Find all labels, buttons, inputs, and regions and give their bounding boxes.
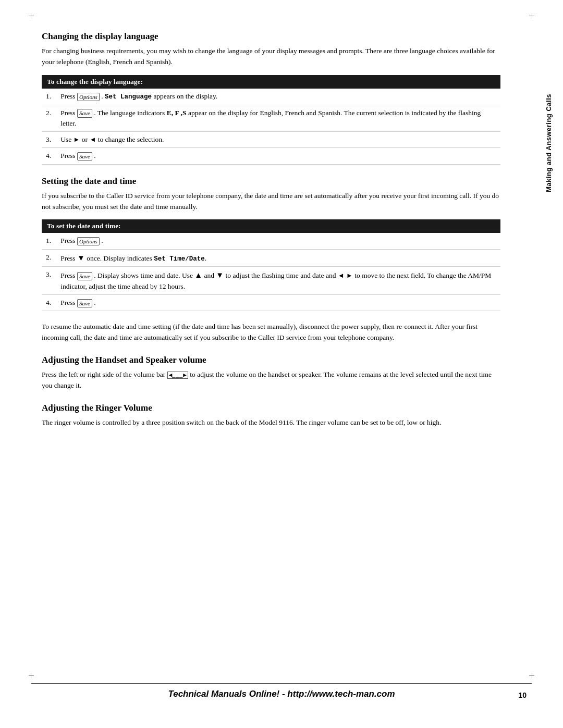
down-arrow-icon: ▼ (77, 254, 85, 262)
instruction-header-display-language: To change the display language: (42, 75, 500, 89)
footer: Technical Manuals Online! - http://www.t… (31, 683, 532, 699)
section-intro-handset-volume: Press the left or right side of the volu… (42, 369, 500, 391)
section-heading-ringer-volume: Adjusting the Ringer Volume (42, 403, 500, 413)
step-content: Press ▼ once. Display indicates Set Time… (56, 249, 500, 267)
section-date-time: Setting the date and time If you subscri… (42, 176, 500, 344)
save-button-inline-2: Save (77, 152, 92, 161)
section-heading-handset-volume: Adjusting the Handset and Speaker volume (42, 355, 500, 365)
lang-indicators: E, F ,S (167, 109, 187, 117)
arrow-right-icon-2: ► (346, 272, 353, 279)
step-number: 1. (42, 233, 56, 249)
step-number: 2. (42, 249, 56, 267)
table-row: 1. Press Options . (42, 233, 500, 249)
section-intro-ringer-volume: The ringer volume is controlled by a thr… (42, 417, 500, 428)
content-area: Changing the display language For changi… (42, 31, 500, 428)
display-text: Set Language (105, 93, 152, 101)
step-number: 1. (42, 89, 56, 105)
step-content: Press Options . Set Language appears on … (56, 89, 500, 105)
step-content: Press Save . Display shows time and date… (56, 267, 500, 295)
table-row: 1. Press Options . Set Language appears … (42, 89, 500, 105)
down-arrow-icon-2: ▼ (216, 271, 224, 279)
table-row: 2. Press Save . The language indicators … (42, 105, 500, 132)
volume-bar-icon: ◀⎯⎯⎯▶ (167, 372, 188, 379)
section-followup-date-time: To resume the automatic date and time se… (42, 322, 500, 343)
save-button-inline-4: Save (77, 272, 92, 280)
section-ringer-volume: Adjusting the Ringer Volume The ringer v… (42, 403, 500, 428)
arrow-left-icon: ◄ (89, 135, 96, 143)
arrow-right-icon: ► (74, 135, 80, 143)
table-row: 4. Press Save . (42, 148, 500, 164)
section-intro-date-time: If you subscribe to the Caller ID servic… (42, 191, 500, 213)
side-label: Making and Answering Calls (545, 94, 554, 192)
section-heading-date-time: Setting the date and time (42, 176, 500, 187)
table-row: 4. Press Save . (42, 295, 500, 311)
tick-mark (31, 673, 31, 678)
step-content: Press Options . (56, 233, 500, 249)
section-display-language: Changing the display language For changi… (42, 31, 500, 165)
step-number: 4. (42, 295, 56, 311)
tick-mark (29, 16, 34, 16)
instruction-header-date-time: To set the date and time: (42, 219, 500, 233)
step-number: 3. (42, 267, 56, 295)
step-content: Press Save . (56, 295, 500, 311)
step-number: 4. (42, 148, 56, 164)
steps-table-display-language: 1. Press Options . Set Language appears … (42, 89, 500, 165)
step-content: Use ► or ◄ to change the selection. (56, 132, 500, 148)
section-intro-display-language: For changing business requirements, you … (42, 46, 500, 68)
table-row: 3. Press Save . Display shows time and d… (42, 267, 500, 295)
options-button-inline-3: Options (77, 237, 100, 245)
page-number: 10 (518, 691, 527, 699)
page: Making and Answering Calls Changing the … (0, 0, 563, 728)
step-number: 2. (42, 105, 56, 132)
footer-text: Technical Manuals Online! - http://www.t… (31, 689, 532, 699)
save-button-inline: Save (77, 109, 92, 117)
step-content: Press Save . (56, 148, 500, 164)
tick-mark (31, 13, 31, 18)
arrow-left-icon-2: ◄ (338, 272, 345, 279)
steps-table-date-time: 1. Press Options . 2. Press ▼ once. Disp… (42, 233, 500, 311)
save-button-inline-5: Save (77, 299, 92, 307)
table-row: 3. Use ► or ◄ to change the selection. (42, 132, 500, 148)
step-content: Press Save . The language indicators E, … (56, 105, 500, 132)
section-heading-display-language: Changing the display language (42, 31, 500, 42)
tick-mark (532, 13, 532, 18)
step-number: 3. (42, 132, 56, 148)
options-button-inline: Options (77, 93, 100, 101)
up-arrow-icon: ▲ (194, 271, 202, 279)
section-handset-volume: Adjusting the Handset and Speaker volume… (42, 355, 500, 391)
tick-mark (532, 673, 532, 678)
table-row: 2. Press ▼ once. Display indicates Set T… (42, 249, 500, 267)
tick-mark (29, 675, 34, 676)
display-text-2: Set Time/Date (154, 255, 205, 263)
